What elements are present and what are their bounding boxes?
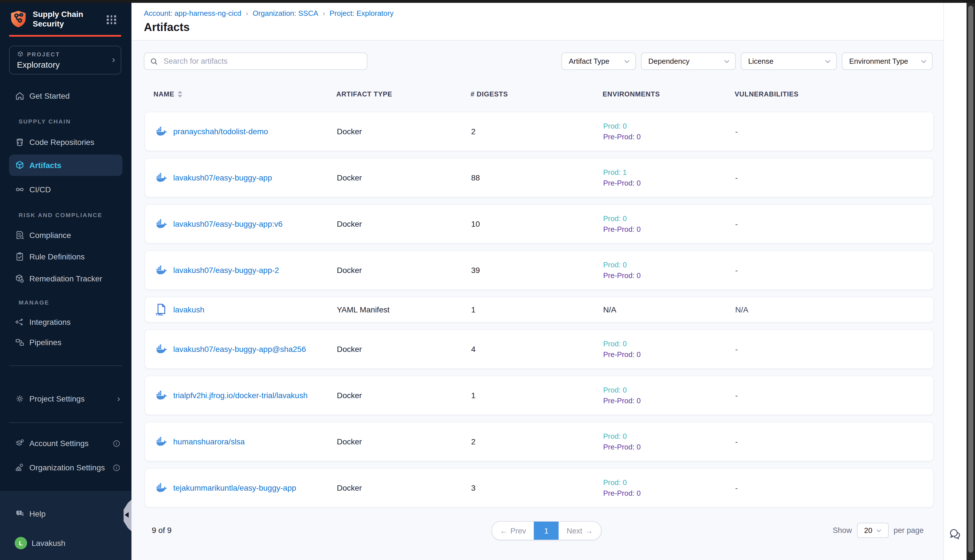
sidebar-item-remediation-tracker[interactable]: Remediation Tracker	[0, 269, 132, 288]
artifact-type-filter[interactable]: Artifact Type	[561, 52, 636, 70]
column-header-digests: # DIGESTS	[471, 90, 603, 98]
sidebar-item-code-repositories[interactable]: Code Repositories	[0, 133, 132, 152]
sidebar-divider	[9, 365, 122, 366]
user-menu[interactable]: L Lavakush	[0, 533, 132, 553]
search-input[interactable]	[162, 57, 361, 66]
docker-icon	[154, 435, 168, 448]
table-row[interactable]: YML pranaycshah/todolist-demo Docker 2 P…	[144, 112, 934, 151]
sidebar-item-label: Organization Settings	[29, 463, 105, 472]
app-window: Supply Chain Security PROJECT Explorator…	[0, 0, 975, 560]
artifact-type-cell: YAML Manifest	[337, 305, 471, 314]
table-row[interactable]: YML lavakush07/easy-buggy-app Docker 88 …	[144, 158, 934, 197]
sidebar-item-organization-settings[interactable]: Organization Settings	[0, 458, 132, 477]
artifact-name-cell: YML trialpfv2hi.jfrog.io/docker-trial/la…	[154, 388, 337, 402]
breadcrumb-separator: ›	[246, 9, 248, 17]
digests-cell: 3	[471, 483, 603, 492]
artifact-name-cell: YML humanshuarora/slsa	[154, 435, 337, 448]
chevron-down-icon	[921, 60, 927, 63]
sidebar-item-help[interactable]: ? Help	[0, 504, 132, 523]
project-selector[interactable]: PROJECT Exploratory ›	[9, 46, 121, 75]
page-size-value: 20	[864, 526, 872, 535]
artifact-name-link[interactable]: tejakummarikuntla/easy-buggy-app	[173, 483, 296, 492]
digests-cell: 88	[471, 173, 603, 182]
code-repository-icon	[15, 137, 25, 147]
artifacts-cube-icon	[15, 160, 25, 170]
table-row[interactable]: YML tejakummarikuntla/easy-buggy-app Doc…	[144, 468, 934, 508]
page-size-select[interactable]: 20	[857, 523, 888, 538]
table-row[interactable]: YML humanshuarora/slsa Docker 2 Prod: 0P…	[144, 422, 934, 461]
info-icon[interactable]	[113, 464, 120, 471]
docker-icon	[154, 388, 168, 402]
artifact-name-link[interactable]: lavakush07/easy-buggy-app:v6	[173, 219, 283, 228]
table-row[interactable]: YML lavakush07/easy-buggy-app-2 Docker 3…	[144, 250, 934, 290]
artifact-name-link[interactable]: humanshuarora/slsa	[173, 437, 245, 446]
project-name: Exploratory	[17, 60, 60, 69]
table-row[interactable]: YML lavakush YAML Manifest 1 N/A N/A	[144, 297, 934, 323]
filter-label: Environment Type	[849, 57, 908, 65]
sidebar-item-account-settings[interactable]: Account Settings	[0, 434, 132, 453]
brand-title: Supply Chain Security	[33, 10, 83, 29]
row-count: 9 of 9	[152, 526, 172, 535]
vulnerabilities-cell: -	[735, 345, 924, 353]
current-page-button[interactable]: 1	[534, 522, 559, 540]
breadcrumb-project-link[interactable]: Project: Exploratory	[329, 9, 394, 17]
dependency-filter[interactable]: Dependency	[641, 52, 736, 70]
scrollbar-thumb[interactable]	[968, 6, 973, 553]
sidebar-item-label: Remediation Tracker	[29, 274, 102, 283]
license-filter[interactable]: License	[741, 52, 837, 70]
digests-cell: 2	[471, 437, 603, 446]
nav-section-manage: MANAGE	[18, 299, 49, 306]
vulnerabilities-cell: -	[735, 173, 924, 182]
window-top-strip	[0, 0, 975, 3]
docker-icon	[154, 263, 168, 277]
sidebar-item-artifacts-active[interactable]: Artifacts	[9, 155, 122, 176]
table-row[interactable]: YML lavakush07/easy-buggy-app@sha256 Doc…	[144, 329, 934, 369]
table-row[interactable]: YML trialpfv2hi.jfrog.io/docker-trial/la…	[144, 376, 934, 415]
vulnerabilities-cell: -	[735, 219, 924, 228]
artifact-name-link[interactable]: pranaycshah/todolist-demo	[173, 127, 268, 136]
filter-label: Dependency	[648, 57, 690, 65]
app-switcher-grid-icon[interactable]	[107, 15, 116, 24]
artifact-name-link[interactable]: lavakush	[173, 305, 205, 314]
page-body: Artifact Type Dependency License Environ…	[132, 41, 943, 560]
sidebar-item-label: CI/CD	[29, 185, 51, 194]
artifact-name-cell: YML lavakush07/easy-buggy-app@sha256	[154, 342, 337, 356]
artifact-name-link[interactable]: lavakush07/easy-buggy-app	[173, 173, 272, 182]
sort-icon[interactable]	[178, 91, 182, 98]
chevron-down-icon	[624, 60, 630, 63]
breadcrumb-account-link[interactable]: Account: app-harness-ng-cicd	[144, 9, 241, 17]
info-icon[interactable]	[113, 440, 120, 447]
column-header-name[interactable]: NAME	[154, 90, 336, 98]
sidebar-item-cicd[interactable]: CI/CD	[0, 180, 132, 199]
next-page-button[interactable]: Next→	[559, 522, 601, 540]
artifact-name-link[interactable]: lavakush07/easy-buggy-app-2	[173, 266, 279, 275]
nav-section-risk-and-compliance: RISK AND COMPLIANCE	[18, 212, 102, 218]
pagination: ←Prev 1 Next→	[491, 521, 601, 540]
breadcrumb-organization-link[interactable]: Organization: SSCA	[252, 9, 318, 17]
sidebar-item-get-started[interactable]: Get Started	[0, 86, 132, 105]
sidebar-item-project-settings[interactable]: Project Settings ›	[0, 389, 132, 408]
artifact-name-link[interactable]: lavakush07/easy-buggy-app@sha256	[173, 345, 306, 353]
sidebar-item-label: Account Settings	[29, 439, 88, 448]
docker-icon	[154, 342, 168, 356]
prev-page-button[interactable]: ←Prev	[492, 522, 534, 540]
support-chat-icon[interactable]	[948, 527, 963, 542]
brand-accent-underline	[9, 35, 121, 37]
chevron-down-icon	[724, 60, 730, 63]
artifact-name-cell: YML tejakummarikuntla/easy-buggy-app	[154, 481, 337, 495]
document-search-icon	[15, 230, 25, 240]
docker-icon	[154, 171, 168, 184]
infinity-cicd-icon	[15, 184, 25, 195]
page-size-control: Show 20 per page	[833, 523, 924, 538]
sidebar-item-rule-definitions[interactable]: Rule Definitions	[0, 247, 132, 266]
digests-cell: 4	[471, 345, 603, 353]
sidebar-item-integrations[interactable]: Integrations	[0, 312, 132, 332]
column-header-environments: ENVIRONMENTS	[603, 90, 735, 98]
sidebar-item-compliance[interactable]: Compliance	[0, 226, 132, 245]
artifact-name-link[interactable]: trialpfv2hi.jfrog.io/docker-trial/lavaku…	[173, 391, 307, 400]
sidebar-item-label: Code Repositories	[29, 138, 94, 147]
environment-type-filter[interactable]: Environment Type	[842, 52, 933, 70]
sidebar-item-label: Project Settings	[29, 394, 85, 403]
table-row[interactable]: YML lavakush07/easy-buggy-app:v6 Docker …	[144, 204, 934, 243]
sidebar-item-pipelines[interactable]: Pipelines	[0, 333, 132, 352]
